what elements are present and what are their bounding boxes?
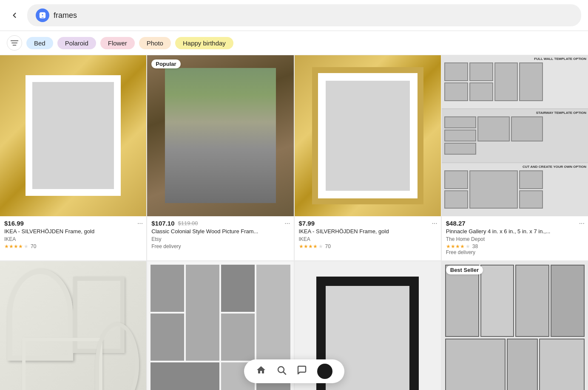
filter-button[interactable] xyxy=(7,35,22,51)
more-options-button[interactable]: ··· xyxy=(284,220,290,227)
bottom-nav xyxy=(244,359,344,383)
product-price: $48.27 xyxy=(446,220,466,227)
product-grid: $16.99 ··· IKEA - SILVERHÖJDEN Frame, go… xyxy=(0,55,588,390)
original-price: $119.00 xyxy=(178,220,198,226)
search-button[interactable] xyxy=(276,365,287,378)
svg-line-4 xyxy=(283,372,286,375)
product-card[interactable]: Popular $107.10 $119.00 ··· Classic Colo… xyxy=(147,55,293,260)
product-image xyxy=(295,55,441,216)
gallery-label-1: FULL WALL TEMPLATE OPTION xyxy=(534,57,586,61)
product-store: IKEA xyxy=(299,236,437,242)
delivery-info: Free delivery xyxy=(151,243,289,249)
product-info: $7.99 ··· IKEA - SILVERHÖJDEN Frame, gol… xyxy=(295,216,441,254)
chip-flower[interactable]: Flower xyxy=(100,37,135,49)
chip-photo[interactable]: Photo xyxy=(139,37,171,49)
more-options-button[interactable]: ··· xyxy=(137,220,143,227)
product-image xyxy=(0,55,146,216)
product-price: $107.10 xyxy=(151,220,174,227)
gallery-label-2: STAIRWAY TEMPLATE OPTION xyxy=(536,111,586,115)
header: frames xyxy=(0,0,588,31)
product-title: IKEA - SILVERHÖJDEN Frame, gold xyxy=(4,228,142,235)
home-button[interactable] xyxy=(256,365,266,378)
product-store: The Home Depot xyxy=(446,236,584,242)
product-badge: Popular xyxy=(151,59,180,68)
product-card[interactable]: $16.99 ··· IKEA - SILVERHÖJDEN Frame, go… xyxy=(0,55,146,260)
back-button[interactable] xyxy=(7,8,22,23)
product-card[interactable]: $7.99 ··· IKEA - SILVERHÖJDEN Frame, gol… xyxy=(295,55,441,260)
product-card[interactable]: Best Seller xyxy=(442,261,588,390)
product-rating: ★★★★★ 70 xyxy=(4,243,142,249)
search-icon-wrap xyxy=(36,8,49,22)
product-rating: ★★★★★ 38 xyxy=(446,243,584,249)
product-info: $16.99 ··· IKEA - SILVERHÖJDEN Frame, go… xyxy=(0,216,146,254)
product-badge: Best Seller xyxy=(446,266,483,274)
product-card[interactable]: FULL WALL TEMPLATE OPTION STAIRWAY TEMPL… xyxy=(442,55,588,260)
product-price: $16.99 xyxy=(4,220,24,227)
product-card[interactable] xyxy=(0,261,146,390)
product-image xyxy=(0,261,146,390)
product-store: IKEA xyxy=(4,236,142,242)
more-options-button[interactable]: ··· xyxy=(579,220,585,227)
chip-polaroid[interactable]: Polaroid xyxy=(57,37,96,49)
product-image: Best Seller xyxy=(442,261,588,390)
chips-row: Bed Polaroid Flower Photo Happy birthday xyxy=(0,31,588,55)
delivery-info: Free delivery xyxy=(446,249,584,255)
product-title: Classic Colonial Style Wood Picture Fram… xyxy=(151,228,289,235)
review-count: 70 xyxy=(325,243,331,249)
product-price: $7.99 xyxy=(299,220,315,227)
search-query-text: frames xyxy=(54,11,77,20)
chat-button[interactable] xyxy=(297,365,307,378)
product-info: $107.10 $119.00 ··· Classic Colonial Sty… xyxy=(147,216,293,254)
more-options-button[interactable]: ··· xyxy=(432,220,437,227)
product-image: Popular xyxy=(147,55,293,216)
chip-bed[interactable]: Bed xyxy=(26,37,53,49)
product-rating: ★★★★★ 70 xyxy=(299,243,437,249)
profile-avatar[interactable] xyxy=(317,364,332,379)
product-image: FULL WALL TEMPLATE OPTION STAIRWAY TEMPL… xyxy=(442,55,588,216)
chip-happy-birthday[interactable]: Happy birthday xyxy=(175,37,233,49)
gallery-label-3: CUT AND CREATE YOUR OWN OPTION xyxy=(523,165,586,169)
product-title: Pinnacle Gallery 4 in. x 6 in., 5 in. x … xyxy=(446,228,584,235)
product-info: $48.27 ··· Pinnacle Gallery 4 in. x 6 in… xyxy=(442,216,588,260)
product-store: Etsy xyxy=(151,236,289,242)
search-bar[interactable]: frames xyxy=(27,4,581,26)
review-count: 70 xyxy=(31,243,36,249)
review-count: 38 xyxy=(472,243,478,249)
product-title: IKEA - SILVERHÖJDEN Frame, gold xyxy=(299,228,437,235)
